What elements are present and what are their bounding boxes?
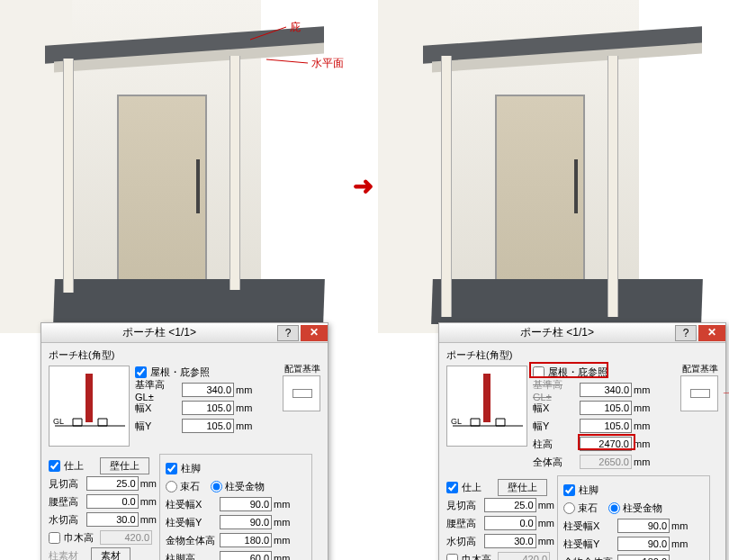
receiver-x-input[interactable]: [220, 497, 272, 511]
arrow-right-icon: ➜: [353, 171, 374, 201]
column-height-input[interactable]: [580, 437, 632, 451]
drip-input[interactable]: [86, 512, 139, 527]
foot-group: 柱脚 束石 柱受金物 柱受幅Xmm 柱受幅Ymm 金物全体高mm 柱脚高mm 柱…: [159, 454, 312, 560]
foot-stone-radio[interactable]: [166, 481, 177, 492]
door: [117, 95, 207, 284]
finish-checkbox[interactable]: [49, 460, 60, 472]
roof-ref-checkbox[interactable]: [533, 366, 544, 378]
close-button[interactable]: ✕: [301, 325, 328, 341]
help-button[interactable]: ?: [675, 325, 697, 341]
base-height-input[interactable]: [182, 383, 234, 397]
porch-column: [63, 59, 74, 293]
wall-finish-button[interactable]: 壁仕上: [100, 457, 149, 474]
dialog-porch-column: ポーチ柱 <1/1> ? ✕ ポーチ柱(角型) GL 屋根・庇参照 基準高 GL…: [40, 322, 328, 560]
metal-height-input[interactable]: [220, 533, 272, 547]
material-button[interactable]: 素材: [91, 547, 130, 561]
column-type-label: ポーチ柱(角型): [49, 348, 320, 362]
render-after: [378, 0, 727, 333]
dialog-porch-column-after: ポーチ柱 <1/1> ? ✕ ポーチ柱(角型) GL 屋根・庇参照 基準高 GL…: [438, 322, 726, 560]
svg-line-1: [266, 59, 308, 63]
preview-illustration: GL: [49, 366, 130, 447]
baseboard-checkbox[interactable]: [49, 532, 60, 544]
annotation-plane: 水平面: [311, 56, 344, 71]
receiver-y-input[interactable]: [220, 515, 272, 529]
dialog-title: ポーチ柱 <1/1>: [41, 325, 277, 340]
porch-column: [230, 56, 240, 290]
svg-rect-2: [86, 374, 93, 422]
reveal-input[interactable]: [86, 476, 139, 491]
width-x-input[interactable]: [182, 401, 234, 415]
skirt-input[interactable]: [86, 494, 139, 509]
svg-text:GL: GL: [53, 417, 64, 426]
svg-text:GL: GL: [451, 417, 462, 426]
total-height-input: [580, 455, 632, 469]
foot-height-input[interactable]: [220, 551, 272, 560]
baseboard-input: [100, 530, 152, 545]
close-button[interactable]: ✕: [698, 325, 725, 341]
width-y-input[interactable]: [182, 419, 234, 433]
help-button[interactable]: ?: [277, 325, 299, 341]
align-picker[interactable]: [283, 375, 320, 411]
render-before: 庇 水平面: [0, 0, 349, 333]
align-label: 配置基準: [284, 363, 320, 375]
svg-rect-5: [483, 374, 490, 422]
annotation-eave: 庇: [290, 20, 301, 35]
foot-checkbox[interactable]: [166, 463, 177, 474]
preview-illustration: GL: [446, 366, 527, 447]
arrow-right-icon: →: [721, 385, 729, 400]
foot-metal-radio[interactable]: [211, 481, 222, 492]
align-picker[interactable]: →: [680, 375, 718, 411]
roof-ref-checkbox[interactable]: [135, 366, 147, 378]
